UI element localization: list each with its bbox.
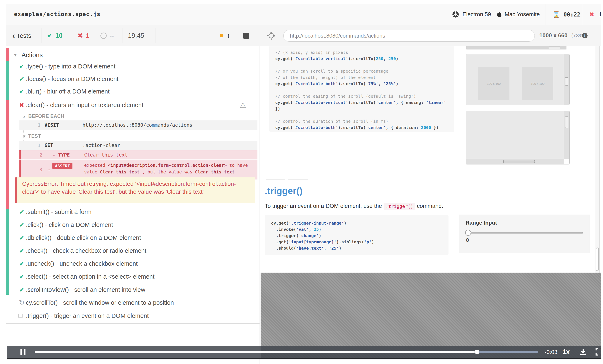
- test-item[interactable]: ✔.select() - select an option in a <sele…: [6, 272, 260, 281]
- passed-count: ✔ 10: [47, 25, 62, 46]
- url-bar[interactable]: http://localhost:8080/commands/actions: [283, 30, 535, 42]
- range-slider[interactable]: [466, 232, 583, 234]
- browser-info[interactable]: Electron 59: [452, 4, 491, 25]
- viewport-info-button[interactable]: i: [582, 25, 588, 46]
- failed-strip-red: [6, 100, 9, 209]
- electron-browser-icon: [452, 11, 459, 18]
- os-name: Mac Yosemite: [505, 11, 540, 18]
- toolbar-divider: [42, 28, 42, 43]
- faded-content-line: [266, 179, 285, 180]
- scrollable-box-vertical[interactable]: 100 x 100 100 x 100: [466, 54, 569, 105]
- aut-preview: // (x axis, y axis) in pixelscy.get('#sc…: [261, 46, 601, 364]
- before-each-header[interactable]: ▾ BEFORE EACH: [23, 113, 64, 119]
- test-item[interactable]: ✔.blur() - blur off a DOM element: [6, 87, 260, 96]
- code-line: cy.get('#scrollable-vertical').scrollTo(…: [275, 99, 449, 106]
- chevron-left-icon: ‹: [12, 32, 15, 40]
- passed-check-icon: ✔: [47, 32, 52, 39]
- code-line: [275, 112, 449, 118]
- reporter-panel: ▾ Actions ✔.type() - type into a DOM ele…: [6, 46, 260, 364]
- vertical-scrollbar-thumb[interactable]: [565, 116, 568, 128]
- command-number: 1: [38, 123, 41, 128]
- command-row-visit[interactable]: 1 VISIT http://localhost:8080/commands/a…: [19, 120, 257, 130]
- test-item[interactable]: ✔.click() - click on a DOM element: [6, 220, 260, 229]
- code-line: cy.get('#scrollable-both').scrollTo('75%…: [275, 80, 449, 87]
- test-item[interactable]: .trigger() - trigger an event on a DOM e…: [6, 311, 260, 320]
- pending-box-icon: [18, 314, 23, 318]
- horizontal-scrollbar[interactable]: [466, 159, 564, 164]
- scrollable-horizontal-bar[interactable]: [466, 46, 566, 49]
- run-duration: 19.45: [128, 25, 144, 46]
- command-name: VISIT: [45, 122, 59, 128]
- scrollbar-corner: [564, 159, 569, 164]
- url-text: http://localhost:8080/commands/actions: [290, 33, 385, 39]
- range-input-label: Range Input: [466, 220, 497, 226]
- playback-speed-button[interactable]: 1x: [562, 348, 569, 356]
- horizontal-scrollbar-thumb[interactable]: [503, 160, 535, 163]
- code-line: cy.get('.trigger-input-range'): [271, 220, 442, 226]
- command-row-type[interactable]: 2 - TYPE Clear this text: [19, 150, 257, 159]
- failed-number: 1: [86, 32, 89, 39]
- command-message: Clear this text: [84, 152, 128, 158]
- hourglass-icon: ⌛: [552, 11, 560, 18]
- auto-scroll-toggle[interactable]: ↕: [220, 25, 230, 46]
- seek-playhead[interactable]: [475, 350, 479, 354]
- command-message: http://localhost:8080/commands/actions: [82, 122, 192, 128]
- pending-circle-icon: [100, 33, 107, 39]
- test-title: .type() - type into a DOM element: [26, 63, 116, 70]
- vertical-scrollbar[interactable]: [564, 54, 569, 105]
- vertical-scrollbar-thumb[interactable]: [565, 77, 568, 86]
- test-title: .dblclick() - double click on a DOM elem…: [26, 234, 141, 241]
- download-button[interactable]: [579, 348, 587, 356]
- code-line: .trigger('change'): [271, 232, 442, 239]
- error-box: CypressError: Timed out retrying: expect…: [15, 177, 255, 203]
- test-body-header[interactable]: ▾ TEST: [23, 133, 41, 139]
- elapsed-time: 00:22: [563, 11, 580, 18]
- running-icon: ↻: [18, 299, 25, 307]
- suite-actions[interactable]: ▾ Actions: [14, 50, 43, 60]
- fullscreen-button[interactable]: [595, 348, 603, 356]
- range-slider-thumb[interactable]: [465, 230, 471, 236]
- aut-scrollbar-thumb[interactable]: [596, 248, 599, 271]
- command-number: 3: [39, 167, 42, 172]
- command-row-get[interactable]: 1 GET .action-clear: [19, 141, 257, 150]
- scrollable-box-both[interactable]: [466, 111, 569, 164]
- vertical-scrollbar[interactable]: [564, 111, 569, 164]
- command-row-assert[interactable]: 3 - ASSERT expected <input#description.f…: [19, 160, 257, 180]
- test-item[interactable]: ✖.clear() - clears an input or textarea …: [6, 100, 260, 110]
- test-body-label: TEST: [28, 133, 41, 139]
- before-each-label: BEFORE EACH: [28, 114, 65, 119]
- back-to-tests-button[interactable]: ‹ Tests: [12, 25, 31, 46]
- test-item[interactable]: ✔.type() - type into a DOM element: [6, 62, 260, 71]
- passed-icon: ✔: [18, 234, 25, 241]
- stop-button[interactable]: [243, 33, 249, 39]
- passed-icon: ✔: [18, 273, 25, 280]
- updown-arrow-icon: ↕: [227, 32, 230, 40]
- header-divider-2: [583, 4, 583, 25]
- toolbar-divider-2: [123, 28, 123, 43]
- code-line: // or you can scroll to a specific perce…: [275, 68, 449, 74]
- fail-x-icon: ✖: [590, 11, 594, 18]
- test-item[interactable]: ↻cy.scrollTo() - scroll the window or el…: [6, 298, 260, 307]
- test-item[interactable]: ✔.submit() - submit a form: [6, 207, 260, 216]
- test-item[interactable]: ✔.focus() - focus on a DOM element: [6, 74, 260, 83]
- test-item[interactable]: ✔.dblclick() - double click on a DOM ele…: [6, 233, 260, 242]
- test-title: cy.scrollTo() - scroll the window or ele…: [26, 299, 174, 306]
- test-title: .uncheck() - uncheck a checkbox element: [26, 260, 138, 267]
- test-title: .focus() - focus on a DOM element: [26, 76, 118, 82]
- aut-scrollbar-track[interactable]: [595, 46, 600, 273]
- demo-tile: 100 x 100: [478, 67, 510, 100]
- info-icon: i: [582, 33, 588, 38]
- selector-playground-button[interactable]: [267, 25, 276, 46]
- horizontal-scrollbar-thumb[interactable]: [549, 46, 560, 49]
- test-item[interactable]: ✔.scrollIntoView() - scroll an element i…: [6, 285, 260, 294]
- code-line: cy.get('#scrollable-both').scrollTo('cen…: [275, 125, 449, 131]
- trigger-section-heading[interactable]: .trigger(): [265, 186, 302, 196]
- test-item[interactable]: ✔.uncheck() - uncheck a checkbox element: [6, 259, 260, 268]
- test-item[interactable]: ✔.check() - check a checkbox or radio el…: [6, 246, 260, 255]
- crosshair-icon: [267, 31, 276, 40]
- trigger-desc-pre: To trigger an event on a DOM element, us…: [265, 203, 383, 209]
- header-divider: [545, 4, 546, 25]
- error-message: CypressError: Timed out retrying: expect…: [22, 180, 250, 196]
- test-title: .blur() - blur off a DOM element: [26, 88, 110, 95]
- failure-count: 1: [599, 11, 602, 18]
